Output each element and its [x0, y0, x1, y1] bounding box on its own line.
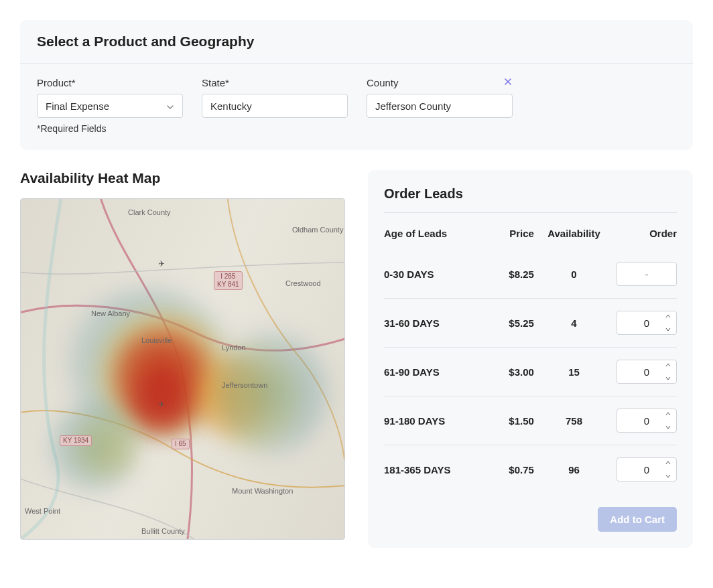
cell-price: $1.50: [477, 415, 533, 427]
order-leads-card: Order Leads Age of Leads Price Availabil…: [368, 170, 693, 548]
order-quantity-disabled: -: [617, 262, 677, 286]
county-field: County Jefferson County: [367, 77, 513, 118]
leads-row: 0-30 DAYS$8.250-: [384, 250, 677, 298]
quantity-stepper-arrows[interactable]: [665, 363, 672, 380]
product-select-value: Final Expense: [46, 100, 166, 112]
cell-age: 31-60 DAYS: [384, 317, 472, 329]
leads-header-row: Age of Leads Price Availability Order: [384, 222, 677, 250]
map-badge-i65: I 65: [172, 439, 190, 449]
heat-blob: [48, 400, 141, 494]
order-quantity-stepper[interactable]: 0: [617, 457, 677, 482]
leads-row: 91-180 DAYS$1.507580: [384, 396, 677, 445]
order-quantity-stepper[interactable]: 0: [617, 311, 677, 335]
add-to-cart-row: Add to Cart: [384, 507, 677, 532]
leads-row: 31-60 DAYS$5.2540: [384, 298, 677, 347]
county-label-row: County: [367, 77, 513, 88]
leads-row: 61-90 DAYS$3.00150: [384, 347, 677, 396]
cell-availability: 4: [539, 317, 608, 329]
cell-price: $8.25: [477, 269, 533, 280]
map-label-louisville: Louisville: [141, 336, 172, 344]
heatmap-column: Availability Heat Map: [20, 170, 348, 540]
cell-availability: 758: [539, 415, 608, 427]
heatmap-title: Availability Heat Map: [20, 170, 348, 186]
airport-icon: ✈: [158, 400, 165, 409]
cell-age: 181-365 DAYS: [384, 464, 472, 475]
map-label-west-point: West Point: [25, 507, 60, 515]
cell-order: 0: [614, 360, 677, 384]
clear-county-icon[interactable]: [503, 77, 513, 88]
filter-body: Product* Final Expense *Required Fields …: [20, 64, 693, 150]
filter-header: Select a Product and Geography: [20, 20, 693, 64]
required-fields-note: *Required Fields: [37, 123, 183, 134]
product-label: Product*: [37, 77, 183, 88]
product-field-wrap: Product* Final Expense *Required Fields: [37, 77, 183, 134]
filter-card: Select a Product and Geography Product* …: [20, 20, 693, 150]
leads-body: 0-30 DAYS$8.250-31-60 DAYS$5.254061-90 D…: [384, 250, 677, 494]
cell-order: -: [614, 262, 677, 286]
state-input-value: Kentucky: [210, 100, 339, 112]
cell-order: 0: [614, 311, 677, 335]
cell-age: 91-180 DAYS: [384, 415, 472, 427]
cell-age: 61-90 DAYS: [384, 366, 472, 378]
cell-price: $5.25: [477, 317, 533, 329]
map-label-crestwood: Crestwood: [285, 279, 321, 287]
map-label-bullitt-county: Bullitt County: [141, 527, 185, 535]
map-label-jeffersontown: Jeffersontown: [222, 381, 267, 389]
county-input[interactable]: Jefferson County: [367, 94, 513, 118]
cell-price: $3.00: [477, 366, 533, 378]
cell-age: 0-30 DAYS: [384, 269, 472, 280]
product-select[interactable]: Final Expense: [37, 94, 183, 118]
county-label: County: [367, 77, 399, 88]
cell-price: $0.75: [477, 464, 533, 475]
col-header-availability: Availability: [539, 228, 608, 239]
map-label-clark-county: Clark County: [128, 208, 171, 216]
quantity-stepper-arrows[interactable]: [665, 461, 672, 478]
county-input-value: Jefferson County: [375, 100, 504, 112]
quantity-stepper-arrows[interactable]: [665, 412, 672, 429]
order-quantity-value: -: [617, 269, 676, 280]
map-label-lyndon: Lyndon: [222, 344, 246, 352]
map-label-oldham-county: Oldham County: [292, 226, 343, 234]
map-badge-ky1934: KY 1934: [60, 435, 92, 446]
order-quantity-stepper[interactable]: 0: [617, 360, 677, 384]
chevron-down-icon: [166, 102, 174, 110]
cell-order: 0: [614, 457, 677, 482]
order-leads-title: Order Leads: [384, 186, 677, 213]
main-row: Availability Heat Map: [20, 170, 693, 548]
cell-availability: 0: [539, 269, 608, 280]
add-to-cart-button[interactable]: Add to Cart: [598, 507, 677, 532]
map-badge-i265: I 265 KY 841: [214, 271, 243, 290]
map-label-new-albany: New Albany: [91, 309, 130, 317]
filter-title: Select a Product and Geography: [37, 33, 676, 50]
state-input[interactable]: Kentucky: [202, 94, 348, 118]
cell-availability: 15: [539, 366, 608, 378]
order-quantity-stepper[interactable]: 0: [617, 409, 677, 433]
cell-order: 0: [614, 409, 677, 433]
state-label: State*: [202, 77, 348, 88]
map-label-mount-washington: Mount Washington: [232, 487, 293, 495]
col-header-age: Age of Leads: [384, 228, 472, 239]
availability-heatmap[interactable]: Clark County Oldham County Crestwood New…: [20, 198, 345, 540]
product-field: Product* Final Expense: [37, 77, 183, 118]
col-header-order: Order: [614, 228, 677, 239]
col-header-price: Price: [477, 228, 533, 239]
cell-availability: 96: [539, 464, 608, 475]
airport-icon: ✈: [158, 259, 165, 269]
leads-row: 181-365 DAYS$0.75960: [384, 445, 677, 494]
quantity-stepper-arrows[interactable]: [665, 314, 672, 332]
state-field: State* Kentucky: [202, 77, 348, 118]
